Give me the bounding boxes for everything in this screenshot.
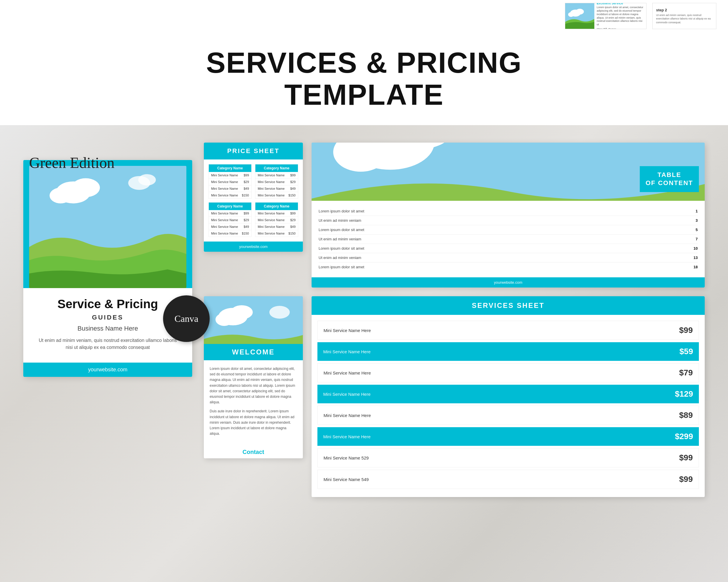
toc-row: Ut enim ad minim veniam3 — [318, 216, 698, 225]
svg-point-7 — [50, 188, 72, 203]
contact-label: Contact — [207, 449, 300, 455]
service-name: Mini Service Name — [258, 225, 285, 228]
right-panels: PRICE SHEET Category NameMini Service Na… — [204, 143, 705, 497]
main-title-line2: TEMPLATE — [6, 79, 722, 111]
service-name: Mini Service Name — [258, 218, 285, 222]
cover-inner-frame — [29, 166, 186, 288]
cover-panel: Service & Pricing GUIDES Business Name H… — [23, 160, 192, 377]
price-cat-row: Mini Service Name$29 — [209, 179, 251, 185]
price-cat-header: Category Name — [255, 164, 298, 172]
welcome-footer: Contact — [204, 446, 303, 458]
cover-wrapper: Green Edition — [23, 160, 192, 377]
service-price: $29 — [290, 180, 295, 184]
toc-row: Lorem ipsum dolor sit amet1 — [318, 206, 698, 216]
service-name: Mini Service Name — [211, 225, 238, 228]
toc-body: Lorem ipsum dolor sit amet1Ut enim ad mi… — [312, 201, 705, 277]
service-name: Mini Service Name — [258, 187, 285, 190]
toc-item-label: Ut enim ad minim veniam — [318, 237, 361, 241]
service-price: $49 — [290, 187, 295, 190]
toc-item-page: 5 — [696, 227, 698, 232]
step-card: step 2 Ut enim ad minim veniam, quis nos… — [652, 3, 717, 29]
price-sheet-footer: yourwebsite.com — [204, 242, 303, 252]
toc-item-label: Lorem ipsum dolor sit amet — [318, 246, 364, 251]
canva-badge: Canva — [163, 295, 210, 342]
service-row: Mini Service Name Here$89 — [317, 406, 699, 425]
toc-item-label: Ut enim ad minim veniam — [318, 255, 361, 260]
service-price: $150 — [242, 194, 249, 197]
cover-title: Service & Pricing — [35, 297, 181, 311]
price-sheet-panel: PRICE SHEET Category NameMini Service Na… — [204, 143, 303, 252]
testimonial-card: Excellent Service Lorem ipsum dolor sit … — [565, 3, 647, 29]
svg-point-3 — [568, 12, 574, 17]
service-row: Mini Service Name Here$299 — [317, 427, 699, 446]
service-price: $99 — [290, 173, 295, 177]
top-banner: Excellent Service Lorem ipsum dolor sit … — [0, 0, 728, 29]
toc-image-area: TABLEOF CONTENT — [312, 143, 705, 201]
price-category: Category NameMini Service Name$99Mini Se… — [208, 202, 252, 237]
price-cat-row: Mini Service Name$99 — [255, 210, 298, 217]
cover-business: Business Name Here — [35, 325, 181, 332]
toc-item-page: 1 — [696, 209, 698, 213]
price-cat-header: Category Name — [209, 164, 251, 172]
main-title-line1: SERVICES & PRICING — [6, 47, 722, 79]
service-price: $150 — [289, 232, 295, 235]
price-cat-row: Mini Service Name$150 — [209, 192, 251, 198]
service-name: Mini Service Name — [258, 232, 285, 235]
service-name: Mini Service Name — [211, 187, 238, 190]
toc-item-label: Lorem ipsum dolor sit amet — [318, 209, 364, 213]
title-section: SERVICES & PRICING TEMPLATE — [0, 29, 728, 125]
svg-point-18 — [215, 313, 233, 326]
bottom-row: WELCOME Lorem ipsum dolor sit amet, cons… — [204, 296, 705, 497]
service-price: $99 — [290, 212, 295, 215]
welcome-header-text: WELCOME — [232, 348, 275, 356]
toc-row: Ut enim ad minim veniam7 — [318, 234, 698, 244]
welcome-panel: WELCOME Lorem ipsum dolor sit amet, cons… — [204, 296, 303, 458]
toc-item-page: 10 — [694, 246, 698, 251]
owner-name: Mary Bill, Owner — [597, 28, 644, 29]
cover-website: yourwebsite.com — [88, 367, 127, 372]
service-item-price: $299 — [675, 432, 693, 441]
toc-item-label: Lorem ipsum dolor sit amet — [318, 265, 364, 269]
toc-item-page: 18 — [694, 265, 698, 269]
service-price: $99 — [244, 212, 249, 215]
toc-row: Lorem ipsum dolor sit amet5 — [318, 225, 698, 234]
service-item-price: $129 — [675, 389, 693, 399]
toc-row: Lorem ipsum dolor sit amet10 — [318, 244, 698, 253]
service-item-price: $79 — [679, 368, 693, 378]
service-name: Mini Service Name — [211, 173, 238, 177]
service-name: Mini Service Name — [211, 232, 238, 235]
svg-point-19 — [269, 306, 290, 318]
welcome-body: Lorem ipsum dolor sit amet, consectetur … — [204, 360, 303, 446]
green-edition-label: Green Edition — [29, 154, 114, 171]
toc-row: Lorem ipsum dolor sit amet18 — [318, 262, 698, 272]
price-category: Category NameMini Service Name$99Mini Se… — [255, 164, 298, 199]
service-name: Mini Service Name — [258, 194, 285, 197]
service-row: Mini Service Name Here$59 — [317, 342, 699, 361]
service-price: $29 — [244, 180, 249, 184]
service-item-name: Mini Service Name 529 — [323, 455, 369, 460]
cover-footer: yourwebsite.com — [23, 363, 192, 377]
toc-header-text: TABLEOF CONTENT — [646, 171, 693, 187]
service-item-name: Mini Service Name Here — [323, 392, 371, 397]
service-name: Mini Service Name — [211, 218, 238, 222]
step-text: Ut enim ad minim veniam, quis nostrud ex… — [656, 13, 712, 24]
svg-point-6 — [72, 178, 100, 197]
card-image — [565, 3, 594, 29]
price-sheet-body: Category NameMini Service Name$99Mini Se… — [204, 160, 303, 242]
services-panel: SERVICES SHEET Mini Service Name Here$99… — [312, 296, 705, 497]
top-row: PRICE SHEET Category NameMini Service Na… — [204, 143, 705, 287]
welcome-image-area: WELCOME — [204, 296, 303, 360]
card-text-content: Excellent Service Lorem ipsum dolor sit … — [594, 3, 646, 29]
price-sheet-header: PRICE SHEET — [204, 143, 303, 160]
service-name: Mini Service Name — [211, 180, 238, 184]
price-cat-row: Mini Service Name$99 — [209, 172, 251, 179]
cover-image-area — [23, 160, 192, 288]
service-row: Mini Service Name Here$99 — [317, 321, 699, 340]
service-item-price: $89 — [679, 411, 693, 420]
price-cat-row: Mini Service Name$150 — [209, 230, 251, 237]
price-cat-row: Mini Service Name$99 — [209, 210, 251, 217]
service-item-name: Mini Service Name Here — [323, 328, 371, 333]
price-cat-row: Mini Service Name$29 — [209, 217, 251, 223]
toc-item-page: 7 — [696, 237, 698, 241]
svg-point-17 — [231, 305, 253, 319]
